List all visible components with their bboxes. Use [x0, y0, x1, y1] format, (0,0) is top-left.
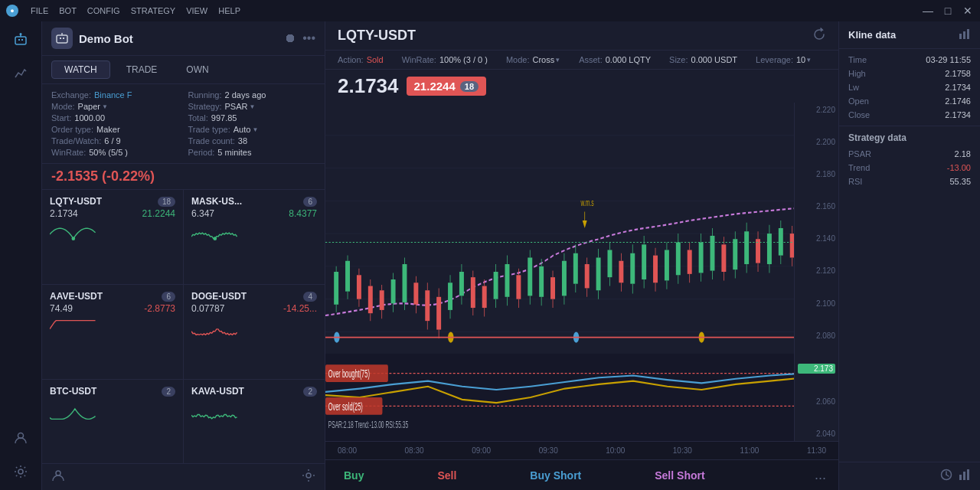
watch-badge: 2	[162, 387, 175, 397]
refresh-icon[interactable]	[812, 28, 826, 44]
bot-panel: Demo Bot ⏺ ••• WATCH TRADE OWN Exchange:…	[42, 21, 325, 490]
price-tick-4: 2.160	[798, 202, 835, 211]
tabs: WATCH TRADE OWN	[42, 56, 325, 84]
sidebar-bot-icon[interactable]	[8, 28, 33, 52]
svg-rect-129	[710, 236, 715, 271]
time-labels: 08:00 08:30 09:00 09:30 10:00 10:30 11:0…	[338, 446, 826, 455]
sidebar-user-icon[interactable]	[8, 426, 33, 450]
menu-file[interactable]: FILE	[31, 6, 48, 15]
sidebar-settings-icon[interactable]	[8, 459, 33, 484]
kline-lw-row: Lw 2.1734	[848, 83, 971, 92]
tab-own[interactable]: OWN	[173, 60, 221, 79]
svg-rect-96	[585, 264, 590, 288]
clock-icon[interactable]	[940, 469, 952, 484]
svg-rect-9	[63, 38, 64, 39]
watch-item[interactable]: MASK-US... 6 6.347 8.4377	[184, 190, 325, 284]
size-stat-label: Size:	[669, 55, 688, 64]
sidebar-chart-icon[interactable]	[8, 61, 33, 86]
watch-item[interactable]: LQTY-USDT 18 2.1734 21.2244	[42, 190, 183, 284]
tab-watch[interactable]: WATCH	[51, 60, 110, 79]
menu-view[interactable]: VIEW	[186, 6, 207, 15]
sell-button[interactable]: Sell	[431, 466, 462, 485]
watch-item[interactable]: BTC-USDT 2	[42, 380, 183, 463]
bars-chart-icon[interactable]	[959, 469, 971, 484]
svg-rect-81	[528, 257, 532, 296]
bot-record-icon[interactable]: ⏺	[284, 31, 296, 45]
order-label: Order type:	[51, 125, 93, 134]
svg-rect-108	[630, 253, 635, 284]
bot-more-icon[interactable]: •••	[302, 31, 315, 45]
watch-symbol: DOGE-USDT	[191, 291, 247, 302]
close-button[interactable]: ✕	[962, 5, 974, 17]
svg-rect-102	[608, 250, 612, 277]
svg-rect-87	[550, 277, 555, 299]
time-label-3: 09:00	[472, 446, 491, 455]
tab-trade[interactable]: TRADE	[113, 60, 171, 79]
minimize-button[interactable]: —	[922, 5, 934, 17]
buy-short-button[interactable]: Buy Short	[524, 466, 587, 485]
watch-badge: 6	[162, 292, 175, 302]
watch-change: 8.4377	[289, 208, 317, 219]
svg-rect-69	[482, 286, 487, 309]
watch-sparkline	[50, 317, 97, 338]
time-axis: 08:00 08:30 09:00 09:30 10:00 10:30 11:0…	[325, 441, 838, 459]
svg-rect-60	[448, 283, 452, 310]
chart-canvas: Over bought(75) Over sold(25) PSAR:2.18 …	[325, 103, 838, 441]
order-value: Maker	[96, 125, 120, 134]
menu-bot[interactable]: BOT	[59, 6, 77, 15]
svg-rect-36	[357, 275, 361, 299]
watch-item[interactable]: DOGE-USDT 4 0.07787 -14.25...	[184, 285, 325, 379]
right-panel: Kline data Time 03-29 11:55 High 2.1758 …	[838, 21, 980, 490]
svg-rect-138	[744, 231, 749, 264]
pnl-section: -2.1535 (-0.22%)	[42, 164, 325, 190]
leverage-stat-value[interactable]: 10▼	[796, 55, 812, 64]
action-more-button[interactable]: ...	[815, 467, 826, 483]
watch-value: 6 / 9	[104, 136, 120, 145]
svg-rect-42	[380, 290, 384, 310]
pnl-value: -2.1535 (-0.22%)	[51, 168, 155, 184]
watch-item[interactable]: KAVA-USDT 2	[184, 380, 325, 463]
strategy-value[interactable]: PSAR▼	[225, 102, 256, 111]
svg-text:PSAR:2.18 Trend:-13.00 RSI:55.: PSAR:2.18 Trend:-13.00 RSI:55.35	[328, 420, 409, 430]
price-tick-2: 2.200	[798, 138, 835, 146]
trade-type-value[interactable]: Auto▼	[234, 125, 259, 134]
svg-line-167	[946, 475, 949, 476]
trade-type-label: Trade type:	[188, 125, 230, 134]
watch-sparkline	[191, 401, 239, 423]
kline-open-value: 2.1746	[945, 96, 971, 106]
price-tick-6: 2.120	[798, 266, 835, 275]
kline-open-label: Open	[848, 96, 869, 106]
menu-strategy[interactable]: STRATEGY	[131, 6, 175, 15]
kline-title: Kline data	[839, 21, 980, 49]
maximize-button[interactable]: □	[942, 5, 954, 17]
mode-value[interactable]: Paper▼	[78, 102, 108, 111]
trade-type-row: Trade type: Auto▼	[188, 125, 316, 134]
asset-stat-label: Asset:	[579, 55, 603, 64]
leverage-stat: Leverage: 10▼	[756, 55, 812, 64]
kline-chart-icon[interactable]	[959, 28, 971, 42]
settings-bottom-icon[interactable]	[302, 469, 315, 485]
action-stat-value: Sold	[367, 55, 384, 64]
svg-rect-66	[471, 277, 475, 308]
buy-button[interactable]: Buy	[338, 466, 370, 485]
asset-stat: Asset: 0.000 LQTY	[579, 55, 651, 64]
svg-point-12	[213, 237, 217, 240]
window-controls: — □ ✕	[922, 5, 974, 17]
sell-short-button[interactable]: Sell Short	[648, 466, 710, 485]
stats-bar: Action: Sold WinRate: 100% (3 / 0 ) Mode…	[325, 51, 838, 70]
watch-symbol: BTC-USDT	[50, 386, 96, 397]
watch-symbol: AAVE-USDT	[50, 291, 103, 302]
badge-price: 21.2244	[414, 80, 456, 93]
user-bottom-icon[interactable]	[51, 469, 65, 485]
watch-badge: 18	[158, 197, 175, 207]
svg-rect-30	[334, 272, 338, 305]
exchange-value[interactable]: Binance F	[94, 90, 132, 100]
price-scale: 2.220 2.200 2.180 2.160 2.140 2.120 2.10…	[794, 103, 838, 441]
svg-rect-1	[18, 39, 20, 41]
menu-config[interactable]: CONFIG	[87, 6, 120, 15]
menu-help[interactable]: HELP	[218, 6, 240, 15]
watch-item[interactable]: AAVE-USDT 6 74.49 -2.8773	[42, 285, 183, 379]
bot-avatar-icon	[51, 28, 73, 49]
mode-stat-value[interactable]: Cross▼	[532, 55, 560, 64]
watch-badge: 4	[303, 292, 317, 302]
